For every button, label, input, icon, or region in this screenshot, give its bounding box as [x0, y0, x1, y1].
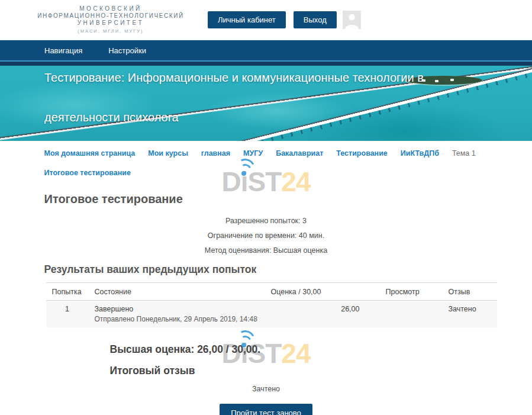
breadcrumb-item-course-code[interactable]: ИиКТвДПб — [401, 149, 439, 157]
quiz-info: Разрешенно попыток: 3 Ограничение по вре… — [36, 214, 497, 258]
logo-line-3: УНИВЕРСИТЕТ — [37, 20, 184, 27]
attempts-table: Попытка Состояние Оценка / 30,00 Просмот… — [46, 282, 497, 327]
main-content: DiST24 Моя домашняя страница Мои курсы г… — [36, 141, 497, 415]
breadcrumb-row-1: Моя домашняя страница Мои курсы главная … — [44, 149, 497, 157]
quiz-title: Итоговое тестирование — [44, 192, 497, 206]
state-value: Завершено — [95, 305, 259, 313]
breadcrumb-item-testing[interactable]: Тестирование — [336, 149, 388, 157]
cell-state: Завершено Отправлено Понедельник, 29 Апр… — [89, 301, 265, 328]
logout-button[interactable]: Выход — [294, 11, 337, 28]
best-grade-summary: Высшая оценка: 26,00 / 30,00. — [110, 343, 497, 356]
breadcrumb-item-current[interactable]: Итоговое тестирование — [44, 169, 131, 177]
breadcrumb-item-topic: Тема 1 — [452, 149, 476, 157]
course-title-line-2: деятельности психолога — [44, 111, 532, 124]
main-navbar: Навигация Настройки — [0, 40, 532, 62]
breadcrumb-item-main[interactable]: главная — [201, 149, 230, 157]
results-heading: Результаты ваших предыдущих попыток — [44, 263, 497, 276]
breadcrumb-item-home[interactable]: Моя домашняя страница — [44, 149, 136, 157]
quiz-attempts-allowed: Разрешенно попыток: 3 — [36, 214, 497, 229]
cell-feedback: Зачтено — [443, 301, 497, 328]
user-silhouette-icon — [343, 12, 361, 29]
cell-grade: 26,00 — [265, 301, 380, 328]
logo-line-2: ИНФОРМАЦИОННО-ТЕХНОЛОГИЧЕСКИЙ — [37, 12, 184, 20]
retry-test-button[interactable]: Пройти тест заново — [220, 404, 312, 415]
column-header-feedback: Отзыв — [443, 283, 497, 301]
breadcrumb-item-bachelor[interactable]: Бакалавриат — [276, 149, 323, 157]
nav-item-settings[interactable]: Настройки — [108, 46, 146, 55]
cell-review — [380, 301, 443, 328]
final-feedback-heading: Итоговый отзыв — [110, 365, 497, 377]
course-title-line-1: Тестирование: Информационные и коммуника… — [44, 71, 532, 85]
retry-section: Пройти тест заново — [36, 404, 497, 415]
quiz-time-limit: Ограничение по времени: 40 мин. — [36, 229, 497, 243]
logo-line-1: МОСКОВСКИЙ — [37, 5, 184, 12]
avatar[interactable] — [343, 11, 361, 29]
logo-line-4: (МАСИ, МГЛИ, МУГУ) — [37, 28, 184, 35]
column-header-review: Просмотр — [380, 283, 443, 301]
column-header-state: Состояние — [89, 283, 265, 301]
university-logo: МОСКОВСКИЙ ИНФОРМАЦИОННО-ТЕХНОЛОГИЧЕСКИЙ… — [37, 5, 184, 35]
header-actions: Личный кабинет Выход — [208, 11, 361, 29]
column-header-attempt: Попытка — [46, 283, 89, 301]
course-title: Тестирование: Информационные и коммуника… — [0, 71, 532, 124]
table-row: 1 Завершено Отправлено Понедельник, 29 А… — [46, 301, 497, 328]
attempts-table-header-row: Попытка Состояние Оценка / 30,00 Просмот… — [46, 283, 497, 301]
breadcrumb: Моя домашняя страница Мои курсы главная … — [36, 141, 497, 177]
quiz-grading-method: Метод оценивания: Высшая оценка — [36, 243, 497, 258]
breadcrumb-item-mugu[interactable]: МУГУ — [243, 149, 263, 157]
site-header: МОСКОВСКИЙ ИНФОРМАЦИОННО-ТЕХНОЛОГИЧЕСКИЙ… — [0, 0, 532, 40]
final-feedback-value: Зачтено — [36, 385, 497, 393]
breadcrumb-item-my-courses[interactable]: Мои курсы — [148, 149, 188, 157]
nav-item-navigation[interactable]: Навигация — [44, 46, 82, 55]
course-banner: Тестирование: Информационные и коммуника… — [0, 62, 532, 141]
state-detail: Отправлено Понедельник, 29 Апрель 2019, … — [95, 315, 259, 323]
personal-cabinet-button[interactable]: Личный кабинет — [208, 11, 286, 28]
cell-attempt-number: 1 — [46, 301, 89, 328]
column-header-grade: Оценка / 30,00 — [265, 283, 380, 301]
breadcrumb-row-2: Итоговое тестирование — [44, 169, 497, 177]
